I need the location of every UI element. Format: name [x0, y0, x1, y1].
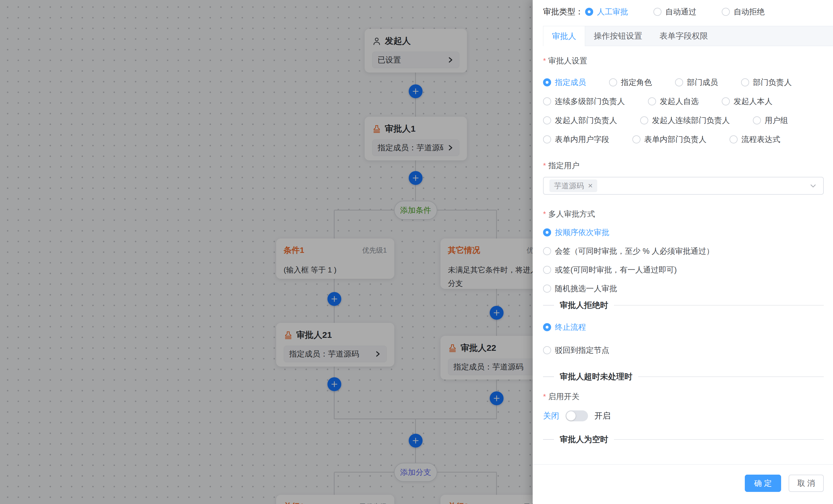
- radio-icon: [585, 8, 593, 16]
- radio-multi-level-dept-leader[interactable]: 连续多级部门负责人: [543, 96, 625, 106]
- radio-icon: [543, 247, 551, 255]
- assign-user-label: * 指定用户: [543, 161, 824, 171]
- radio-manual-approval[interactable]: 人工审批: [585, 7, 628, 17]
- tab-approver[interactable]: 审批人: [543, 26, 585, 46]
- switch-on-text: 开启: [594, 410, 611, 421]
- radio-initiator-multi-dept-leader[interactable]: 发起人连续部门负责人: [640, 115, 730, 126]
- radio-dept-member[interactable]: 部门成员: [675, 77, 718, 87]
- radio-icon: [675, 78, 683, 86]
- reject-section-divider: 审批人拒绝时: [543, 300, 824, 310]
- radio-dept-leader[interactable]: 部门负责人: [741, 77, 792, 87]
- multi-mode-options: 按顺序依次审批 会签（可同时审批，至少 % 人必须审批通过） 或签(可同时审批，…: [543, 227, 824, 294]
- radio-icon: [543, 284, 551, 293]
- radio-random-one[interactable]: 随机挑选一人审批: [543, 283, 824, 294]
- radio-auto-approve[interactable]: 自动通过: [653, 7, 696, 17]
- approver-setting-row1: 指定成员 指定角色 部门成员 部门负责人: [543, 77, 824, 87]
- required-marker: *: [543, 392, 546, 401]
- radio-icon: [543, 135, 551, 144]
- radio-orsign[interactable]: 或签(可同时审批，有一人通过即可): [543, 265, 824, 275]
- tab-form-field-permissions[interactable]: 表单字段权限: [651, 26, 717, 46]
- user-tag: 芋道源码 ×: [549, 179, 597, 192]
- radio-sequential-approval[interactable]: 按顺序依次审批: [543, 227, 824, 237]
- toggle-knob: [566, 411, 576, 421]
- tab-action-buttons[interactable]: 操作按钮设置: [585, 26, 651, 46]
- enable-switch-label: * 启用开关: [543, 392, 824, 401]
- assign-user-select[interactable]: 芋道源码 ×: [543, 177, 824, 195]
- radio-initiator-self[interactable]: 发起人本人: [722, 96, 772, 106]
- chevron-down-icon: [809, 181, 817, 190]
- radio-icon: [543, 323, 551, 331]
- approver-setting-row3: 发起人部门负责人 发起人连续部门负责人 用户组: [543, 115, 824, 126]
- radio-icon: [722, 97, 730, 105]
- switch-off-text: 关闭: [543, 410, 559, 421]
- radio-icon: [543, 116, 551, 124]
- radio-initiator-select[interactable]: 发起人自选: [648, 96, 699, 106]
- radio-icon: [648, 97, 656, 105]
- radio-terminate-process[interactable]: 终止流程: [543, 322, 824, 332]
- radio-process-expression[interactable]: 流程表达式: [730, 134, 780, 145]
- radio-specified-role[interactable]: 指定角色: [609, 77, 652, 87]
- tag-close-icon[interactable]: ×: [588, 182, 593, 190]
- timeout-section-title: 审批人超时未处理时: [560, 371, 633, 382]
- settings-tabs: 审批人 操作按钮设置 表单字段权限: [543, 26, 833, 46]
- timeout-section-divider: 审批人超时未处理时: [543, 372, 824, 382]
- radio-icon: [640, 116, 648, 124]
- approval-type-row: 审批类型： 人工审批 自动通过 自动拒绝: [543, 6, 824, 18]
- multi-mode-label: * 多人审批方式: [543, 209, 824, 219]
- radio-return-to-node[interactable]: 驳回到指定节点: [543, 345, 824, 355]
- radio-icon: [741, 78, 749, 86]
- reject-section-title: 审批人拒绝时: [560, 300, 608, 311]
- radio-user-group[interactable]: 用户组: [753, 115, 788, 126]
- approver-setting-label: * 审批人设置: [543, 56, 824, 66]
- radio-icon: [753, 116, 761, 124]
- empty-section-divider: 审批人为空时: [543, 434, 824, 445]
- radio-icon: [543, 78, 551, 86]
- required-marker: *: [543, 56, 546, 66]
- workflow-canvas: 发起人 已设置 审批人1 指定成员：芋道源码: [0, 0, 533, 504]
- radio-countersign[interactable]: 会签（可同时审批，至少 % 人必须审批通过）: [543, 246, 824, 256]
- radio-form-dept-leader[interactable]: 表单内部门负责人: [633, 134, 707, 145]
- radio-icon: [543, 266, 551, 274]
- radio-form-user-field[interactable]: 表单内用户字段: [543, 134, 609, 145]
- modal-overlay: [0, 0, 533, 504]
- drawer-footer: 确 定 取 消: [533, 464, 833, 504]
- required-marker: *: [543, 210, 546, 219]
- radio-specified-member[interactable]: 指定成员: [543, 77, 586, 87]
- approver-setting-row4: 表单内用户字段 表单内部门负责人 流程表达式: [543, 134, 824, 145]
- approval-type-label: 审批类型：: [543, 6, 584, 17]
- radio-initiator-dept-leader[interactable]: 发起人部门负责人: [543, 115, 617, 126]
- confirm-button[interactable]: 确 定: [745, 475, 781, 492]
- enable-toggle[interactable]: [566, 410, 588, 421]
- radio-icon: [543, 97, 551, 105]
- radio-icon: [730, 135, 738, 144]
- drawer-body: 审批类型： 人工审批 自动通过 自动拒绝 审批人: [533, 0, 833, 453]
- radio-icon: [633, 135, 640, 144]
- radio-icon: [543, 346, 551, 354]
- cancel-button[interactable]: 取 消: [789, 475, 824, 492]
- radio-icon: [543, 228, 551, 236]
- reject-options: 终止流程 驳回到指定节点: [543, 322, 824, 355]
- required-marker: *: [543, 161, 546, 170]
- radio-auto-reject[interactable]: 自动拒绝: [722, 7, 765, 17]
- radio-icon: [653, 8, 662, 16]
- radio-icon: [609, 78, 617, 86]
- approval-settings-drawer: 审批类型： 人工审批 自动通过 自动拒绝 审批人: [533, 0, 833, 504]
- approver-setting-row2: 连续多级部门负责人 发起人自选 发起人本人: [543, 96, 824, 106]
- enable-switch-row: 关闭 开启: [543, 409, 824, 422]
- approval-type-options: 人工审批 自动通过 自动拒绝: [585, 7, 765, 17]
- radio-icon: [722, 8, 730, 16]
- empty-section-title: 审批人为空时: [560, 434, 608, 445]
